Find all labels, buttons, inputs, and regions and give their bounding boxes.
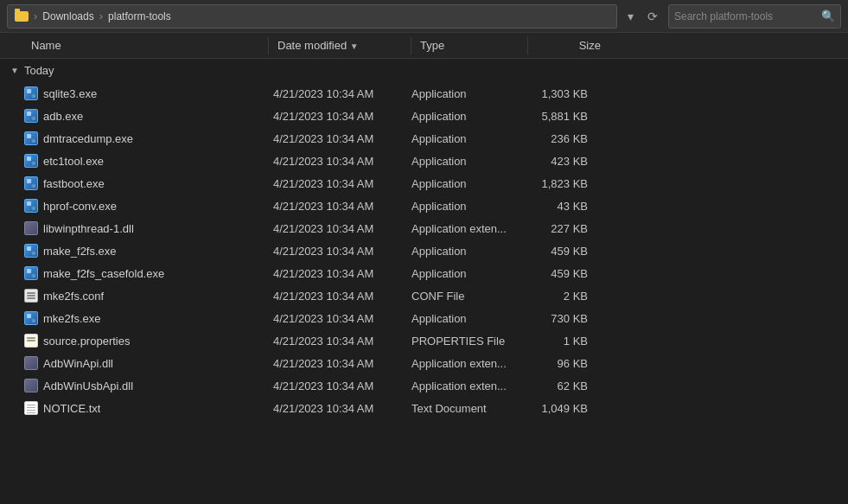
file-size-cell: 730 KB bbox=[517, 312, 595, 325]
file-name-cell: mke2fs.conf bbox=[24, 289, 266, 303]
filename-text: make_f2fs.exe bbox=[43, 245, 117, 258]
filename-text: mke2fs.exe bbox=[43, 312, 100, 325]
file-type-cell: Application exten... bbox=[405, 222, 517, 235]
dropdown-button[interactable]: ▾ bbox=[622, 8, 639, 25]
file-icon-exe bbox=[24, 131, 38, 145]
file-icon-exe bbox=[24, 266, 38, 280]
group-header-label: Today bbox=[24, 64, 54, 77]
breadcrumb-platform-tools[interactable]: platform-tools bbox=[108, 10, 171, 22]
table-row[interactable]: sqlite3.exe 4/21/2023 10:34 AM Applicati… bbox=[0, 82, 848, 105]
file-name-cell: AdbWinApi.dll bbox=[24, 356, 266, 370]
file-name-cell: etc1tool.exe bbox=[24, 154, 266, 168]
table-row[interactable]: dmtracedump.exe 4/21/2023 10:34 AM Appli… bbox=[0, 127, 848, 150]
file-icon-conf bbox=[24, 289, 38, 303]
filename-text: dmtracedump.exe bbox=[43, 132, 133, 145]
table-row[interactable]: make_f2fs_casefold.exe 4/21/2023 10:34 A… bbox=[0, 262, 848, 284]
table-row[interactable]: etc1tool.exe 4/21/2023 10:34 AM Applicat… bbox=[0, 150, 848, 172]
filename-text: make_f2fs_casefold.exe bbox=[43, 267, 164, 280]
file-size-cell: 227 KB bbox=[517, 222, 595, 235]
table-row[interactable]: mke2fs.exe 4/21/2023 10:34 AM Applicatio… bbox=[0, 307, 848, 329]
breadcrumb-downloads[interactable]: Downloads bbox=[42, 10, 93, 22]
file-size-cell: 5,881 KB bbox=[517, 110, 595, 123]
col-header-type[interactable]: Type bbox=[413, 39, 526, 52]
group-toggle-icon[interactable]: ▼ bbox=[10, 66, 19, 75]
file-icon-dll bbox=[24, 356, 38, 370]
file-size-cell: 2 KB bbox=[517, 290, 595, 303]
file-type-cell: Application bbox=[405, 177, 517, 190]
file-date-cell: 4/21/2023 10:34 AM bbox=[266, 402, 405, 415]
filename-text: fastboot.exe bbox=[43, 177, 105, 190]
file-date-cell: 4/21/2023 10:34 AM bbox=[266, 335, 405, 348]
column-headers: Name Date modified ▼ Type Size bbox=[0, 33, 848, 59]
refresh-button[interactable]: ⟳ bbox=[642, 8, 663, 25]
file-type-cell: CONF File bbox=[405, 290, 517, 303]
file-date-cell: 4/21/2023 10:34 AM bbox=[266, 267, 405, 280]
file-icon-exe bbox=[24, 86, 38, 100]
col-divider-2 bbox=[411, 37, 411, 54]
file-icon-exe bbox=[24, 176, 38, 190]
file-icon-exe bbox=[24, 199, 38, 213]
col-header-size[interactable]: Size bbox=[530, 39, 608, 52]
table-row[interactable]: NOTICE.txt 4/21/2023 10:34 AM Text Docum… bbox=[0, 397, 848, 419]
file-icon-dll bbox=[24, 379, 38, 392]
file-name-cell: fastboot.exe bbox=[24, 176, 266, 190]
file-size-cell: 459 KB bbox=[517, 245, 595, 258]
file-icon-exe bbox=[24, 311, 38, 325]
file-type-cell: Application exten... bbox=[405, 357, 517, 370]
col-divider-1 bbox=[268, 37, 269, 54]
filename-text: hprof-conv.exe bbox=[43, 200, 117, 213]
filename-text: AdbWinApi.dll bbox=[43, 357, 113, 370]
file-date-cell: 4/21/2023 10:34 AM bbox=[266, 177, 405, 190]
table-row[interactable]: hprof-conv.exe 4/21/2023 10:34 AM Applic… bbox=[0, 195, 848, 217]
file-type-cell: Application bbox=[405, 245, 517, 258]
search-input[interactable] bbox=[674, 10, 818, 22]
file-icon-txt bbox=[24, 401, 38, 415]
table-row[interactable]: adb.exe 4/21/2023 10:34 AM Application 5… bbox=[0, 105, 848, 127]
file-date-cell: 4/21/2023 10:34 AM bbox=[266, 312, 405, 325]
filename-text: source.properties bbox=[43, 335, 130, 348]
file-date-cell: 4/21/2023 10:34 AM bbox=[266, 200, 405, 213]
file-name-cell: mke2fs.exe bbox=[24, 311, 266, 325]
file-name-cell: dmtracedump.exe bbox=[24, 131, 266, 145]
file-list: ▼ Today sqlite3.exe 4/21/2023 10:34 AM A… bbox=[0, 59, 848, 504]
file-type-cell: Application bbox=[405, 267, 517, 280]
search-box[interactable]: 🔍 bbox=[668, 4, 841, 29]
table-row[interactable]: mke2fs.conf 4/21/2023 10:34 AM CONF File… bbox=[0, 284, 848, 307]
col-header-name[interactable]: Name bbox=[24, 39, 266, 52]
file-size-cell: 1 KB bbox=[517, 335, 595, 348]
col-header-date[interactable]: Date modified ▼ bbox=[271, 39, 409, 52]
file-name-cell: sqlite3.exe bbox=[24, 86, 266, 100]
file-date-cell: 4/21/2023 10:34 AM bbox=[266, 87, 405, 100]
filename-text: AdbWinUsbApi.dll bbox=[43, 380, 133, 392]
table-row[interactable]: AdbWinApi.dll 4/21/2023 10:34 AM Applica… bbox=[0, 352, 848, 374]
sort-arrow-icon: ▼ bbox=[350, 41, 359, 51]
table-row[interactable]: make_f2fs.exe 4/21/2023 10:34 AM Applica… bbox=[0, 239, 848, 262]
breadcrumb[interactable]: › Downloads › platform-tools bbox=[7, 4, 617, 29]
filename-text: libwinpthread-1.dll bbox=[43, 222, 134, 235]
file-type-cell: Application bbox=[405, 200, 517, 213]
table-row[interactable]: fastboot.exe 4/21/2023 10:34 AM Applicat… bbox=[0, 172, 848, 195]
file-size-cell: 96 KB bbox=[517, 357, 595, 370]
group-header[interactable]: ▼ Today bbox=[3, 59, 848, 82]
address-bar: › Downloads › platform-tools ▾ ⟳ 🔍 bbox=[0, 0, 848, 33]
table-row[interactable]: libwinpthread-1.dll 4/21/2023 10:34 AM A… bbox=[0, 217, 848, 239]
file-size-cell: 1,049 KB bbox=[517, 402, 595, 415]
table-row[interactable]: source.properties 4/21/2023 10:34 AM PRO… bbox=[0, 329, 848, 352]
file-name-cell: make_f2fs.exe bbox=[24, 244, 266, 258]
file-date-cell: 4/21/2023 10:34 AM bbox=[266, 357, 405, 370]
search-icon: 🔍 bbox=[821, 10, 835, 22]
folder-icon bbox=[15, 11, 29, 22]
table-row[interactable]: AdbWinUsbApi.dll 4/21/2023 10:34 AM Appl… bbox=[0, 374, 848, 397]
file-size-cell: 1,823 KB bbox=[517, 177, 595, 190]
file-type-cell: Application bbox=[405, 110, 517, 123]
filename-text: etc1tool.exe bbox=[43, 155, 104, 168]
file-size-cell: 1,303 KB bbox=[517, 87, 595, 100]
filename-text: NOTICE.txt bbox=[43, 402, 100, 415]
file-name-cell: adb.exe bbox=[24, 109, 266, 123]
filename-text: adb.exe bbox=[43, 110, 83, 123]
file-size-cell: 459 KB bbox=[517, 267, 595, 280]
address-actions: ▾ ⟳ bbox=[622, 8, 663, 25]
file-size-cell: 62 KB bbox=[517, 380, 595, 392]
file-type-cell: PROPERTIES File bbox=[405, 335, 517, 348]
file-type-cell: Application bbox=[405, 87, 517, 100]
